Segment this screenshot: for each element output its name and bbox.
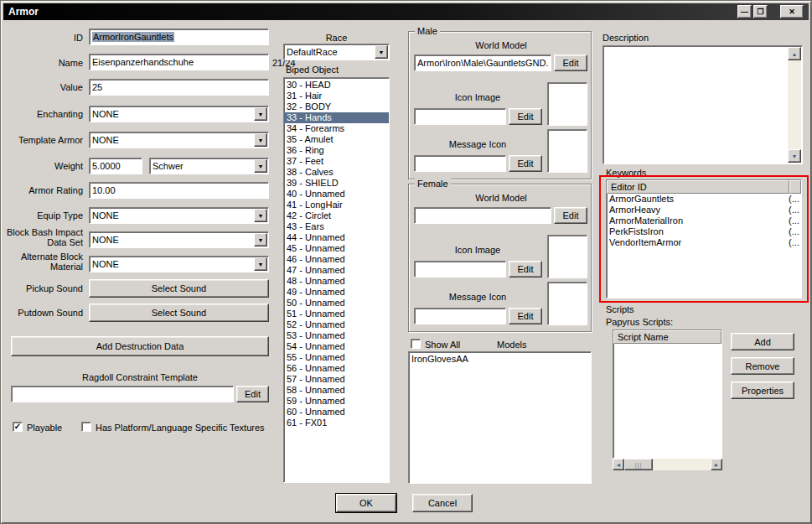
- biped-object-item[interactable]: 49 - Unnamed: [284, 287, 389, 298]
- biped-object-item[interactable]: 34 - Forearms: [284, 123, 389, 134]
- male-message-icon-label: Message Icon: [414, 139, 541, 149]
- biped-object-item[interactable]: 47 - Unnamed: [284, 265, 389, 276]
- female-world-model-edit-button[interactable]: Edit: [554, 207, 587, 224]
- equip-type-dropdown-button[interactable]: ▼: [254, 209, 267, 222]
- male-message-icon-edit-button[interactable]: Edit: [509, 155, 542, 172]
- title-bar[interactable]: Armor — ❐ ✕: [3, 3, 809, 20]
- biped-object-item[interactable]: 44 - Unnamed: [284, 232, 389, 243]
- script-list[interactable]: Script Name: [613, 329, 722, 459]
- models-list[interactable]: IronGlovesAA: [408, 351, 592, 484]
- female-group: Female World Model Edit Icon Image Edit …: [408, 184, 592, 332]
- ragdoll-edit-button[interactable]: Edit: [236, 386, 269, 402]
- biped-object-item[interactable]: 46 - Unnamed: [284, 254, 389, 265]
- script-properties-button[interactable]: Properties: [731, 381, 794, 399]
- scroll-left-button[interactable]: ◄: [613, 459, 624, 470]
- value-input[interactable]: 25: [89, 79, 269, 96]
- close-button[interactable]: ✕: [780, 5, 804, 18]
- enchanting-dropdown-button[interactable]: ▼: [254, 107, 267, 121]
- add-destruction-data-button[interactable]: Add Destruction Data: [11, 336, 269, 356]
- weight-class-dropdown-button[interactable]: ▼: [254, 159, 267, 173]
- biped-object-item[interactable]: 42 - Circlet: [284, 210, 389, 221]
- script-name-header[interactable]: Script Name: [613, 330, 721, 344]
- minimize-button[interactable]: —: [737, 5, 752, 18]
- enchanting-value: NONE: [92, 109, 119, 119]
- add-script-button[interactable]: Add: [731, 333, 794, 350]
- template-armor-select[interactable]: NONE ▼: [89, 132, 269, 148]
- biped-object-item[interactable]: 43 - Ears: [284, 221, 389, 232]
- minimize-icon: —: [741, 8, 748, 16]
- biped-object-item[interactable]: 61 - FX01: [284, 418, 389, 428]
- script-list-horizontal-scrollbar[interactable]: ◄ ||| ►: [613, 459, 722, 470]
- biped-object-item[interactable]: 36 - Ring: [284, 145, 389, 156]
- name-input[interactable]: Eisenpanzerhandschuhe: [89, 54, 269, 70]
- male-world-model-edit-button[interactable]: Edit: [554, 54, 587, 71]
- biped-object-item[interactable]: 51 - Unnamed: [284, 309, 389, 319]
- race-select[interactable]: DefaultRace ▼: [283, 44, 390, 60]
- description-scrollbar[interactable]: ▲ ▼: [788, 47, 801, 163]
- ragdoll-constraint-template-input[interactable]: [11, 386, 234, 402]
- biped-object-item[interactable]: 30 - HEAD: [284, 80, 389, 91]
- biped-object-item[interactable]: 59 - Unnamed: [284, 396, 389, 407]
- biped-object-item[interactable]: 53 - Unnamed: [284, 330, 389, 341]
- biped-object-item[interactable]: 35 - Amulet: [284, 134, 389, 145]
- scroll-down-button[interactable]: ▼: [788, 149, 801, 163]
- ok-button[interactable]: OK: [336, 494, 396, 512]
- id-input[interactable]: ArmorIronGauntlets: [89, 29, 269, 45]
- biped-object-item[interactable]: 40 - Unnamed: [284, 189, 389, 200]
- male-message-icon-input[interactable]: [414, 155, 506, 172]
- pickup-select-sound-button-label: Select Sound: [152, 283, 206, 293]
- female-message-icon-input[interactable]: [414, 308, 506, 324]
- biped-object-item[interactable]: 48 - Unnamed: [284, 276, 389, 287]
- biped-object-item[interactable]: 57 - Unnamed: [284, 374, 389, 385]
- platform-textures-checkbox[interactable]: [81, 422, 91, 432]
- biped-object-item[interactable]: 39 - SHIELD: [284, 178, 389, 189]
- equip-type-select[interactable]: NONE ▼: [89, 207, 269, 224]
- male-world-model-input[interactable]: Armor\Iron\Male\GauntletsGND.: [414, 54, 551, 71]
- template-armor-dropdown-button[interactable]: ▼: [254, 133, 267, 147]
- equip-type-value: NONE: [92, 210, 119, 220]
- putdown-select-sound-button[interactable]: Select Sound: [89, 304, 269, 322]
- biped-object-item[interactable]: 54 - Unnamed: [284, 341, 389, 352]
- armor-rating-input[interactable]: 10.00: [89, 182, 269, 199]
- biped-object-item[interactable]: 60 - Unnamed: [284, 407, 389, 418]
- male-icon-image-input[interactable]: [414, 108, 506, 125]
- alternate-block-material-select[interactable]: NONE ▼: [89, 256, 269, 272]
- block-bash-dropdown-button[interactable]: ▼: [254, 233, 267, 246]
- alternate-block-material-dropdown-button[interactable]: ▼: [254, 257, 267, 271]
- enchanting-select[interactable]: NONE ▼: [89, 106, 269, 122]
- biped-object-item[interactable]: 38 - Calves: [284, 167, 389, 178]
- scroll-up-button[interactable]: ▲: [788, 47, 801, 60]
- pickup-select-sound-button[interactable]: Select Sound: [89, 279, 269, 298]
- female-world-model-input[interactable]: [414, 207, 551, 224]
- weight-class-select[interactable]: Schwer ▼: [149, 158, 269, 174]
- biped-object-item[interactable]: 45 - Unnamed: [284, 243, 389, 254]
- scroll-right-button[interactable]: ►: [711, 459, 722, 470]
- female-icon-image-edit-button[interactable]: Edit: [509, 261, 542, 278]
- add-destruction-data-button-label: Add Destruction Data: [96, 341, 184, 351]
- biped-object-list[interactable]: 30 - HEAD 31 - Hair 32 - BODY 33 - Hands…: [283, 77, 390, 483]
- weight-input[interactable]: 5.0000: [89, 158, 142, 174]
- female-icon-image-input[interactable]: [414, 261, 506, 278]
- remove-script-button[interactable]: Remove: [731, 357, 794, 375]
- restore-button[interactable]: ❐: [753, 5, 768, 18]
- biped-object-item[interactable]: 32 - BODY: [284, 101, 389, 112]
- show-all-checkbox[interactable]: [411, 339, 421, 349]
- playable-checkbox[interactable]: ✓: [13, 422, 23, 432]
- biped-object-item[interactable]: 52 - Unnamed: [284, 319, 389, 330]
- biped-object-item[interactable]: 37 - Feet: [284, 156, 389, 167]
- scrollbar-thumb[interactable]: |||: [624, 459, 653, 470]
- biped-object-item[interactable]: 58 - Unnamed: [284, 385, 389, 396]
- block-bash-select[interactable]: NONE ▼: [89, 231, 269, 248]
- race-dropdown-button[interactable]: ▼: [375, 45, 388, 59]
- biped-object-item[interactable]: 33 - Hands: [284, 112, 389, 123]
- biped-object-item[interactable]: 56 - Unnamed: [284, 363, 389, 374]
- male-icon-image-edit-button[interactable]: Edit: [509, 108, 542, 125]
- description-textarea[interactable]: ▲ ▼: [603, 45, 803, 164]
- biped-object-item[interactable]: 50 - Unnamed: [284, 298, 389, 309]
- biped-object-item[interactable]: 31 - Hair: [284, 91, 389, 101]
- cancel-button[interactable]: Cancel: [412, 494, 473, 512]
- female-message-icon-edit-button[interactable]: Edit: [509, 308, 542, 324]
- biped-object-item[interactable]: 55 - Unnamed: [284, 352, 389, 363]
- model-item[interactable]: IronGlovesAA: [409, 354, 591, 365]
- biped-object-item[interactable]: 41 - LongHair: [284, 200, 389, 210]
